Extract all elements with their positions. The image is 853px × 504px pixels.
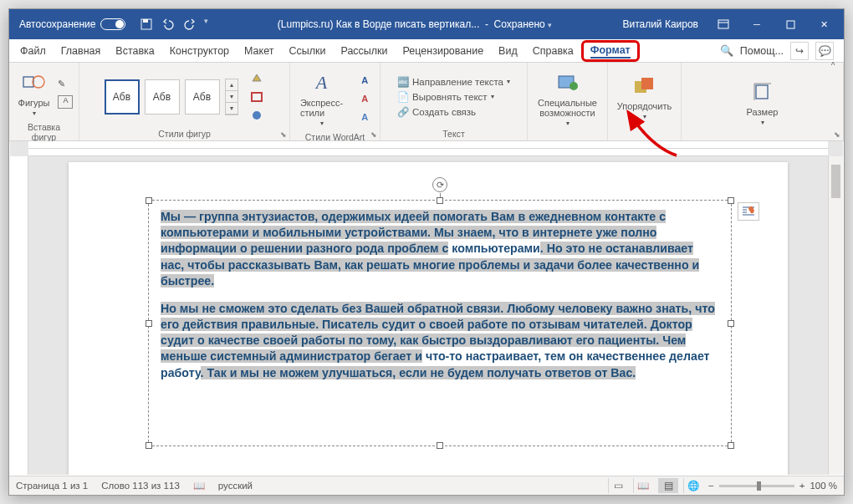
text-content[interactable]: Мы — группа энтузиастов, одержимых идеей…	[149, 201, 731, 401]
vertical-ruler[interactable]	[10, 156, 28, 475]
maximize-icon[interactable]	[774, 9, 807, 39]
zoom-slider[interactable]	[719, 485, 794, 487]
shape-fill-icon[interactable]	[248, 71, 265, 86]
text-effects-icon[interactable]: A	[356, 109, 373, 125]
read-mode-icon[interactable]: 📖	[633, 478, 653, 493]
tab-file[interactable]: Файл	[13, 41, 54, 61]
tab-help[interactable]: Справка	[525, 41, 581, 61]
text-direction-icon: 🔤	[397, 76, 409, 88]
minimize-icon[interactable]: ─	[740, 9, 774, 39]
group-insert-shapes-label: Вставка фигур	[18, 120, 70, 142]
save-icon[interactable]	[139, 17, 154, 32]
resize-handle[interactable]	[437, 197, 443, 204]
svg-rect-7	[252, 93, 262, 101]
text-outline-icon[interactable]: A	[356, 91, 373, 106]
layout-options-icon[interactable]	[738, 202, 759, 221]
zoom-in-icon[interactable]: +	[799, 481, 805, 491]
accessibility-button[interactable]: Специальные возможности ▾	[534, 66, 600, 130]
create-link-button[interactable]: 🔗Создать связь	[397, 105, 510, 119]
edit-shape-icon[interactable]: ✎	[58, 79, 73, 92]
zoom-level[interactable]: 100 %	[810, 481, 837, 491]
spellcheck-icon[interactable]: 📖	[193, 480, 205, 491]
resize-handle[interactable]	[728, 442, 734, 449]
shape-style-1[interactable]: Абв	[105, 79, 140, 115]
word-count[interactable]: Слово 113 из 113	[101, 481, 180, 491]
close-icon[interactable]: ✕	[807, 9, 840, 39]
tab-layout[interactable]: Макет	[237, 41, 281, 61]
resize-handle[interactable]	[728, 320, 734, 327]
svg-rect-5	[23, 77, 33, 87]
group-shape-styles-label: Стили фигур	[158, 127, 210, 139]
svg-point-10	[570, 82, 578, 90]
ribbon-display-icon[interactable]	[707, 9, 740, 39]
tab-view[interactable]: Вид	[491, 41, 525, 61]
user-name[interactable]: Виталий Каиров	[614, 18, 707, 30]
web-layout-icon[interactable]: 🌐	[683, 478, 703, 493]
shape-effects-icon[interactable]	[248, 108, 265, 123]
group-wordart-label: Стили WordArt	[305, 130, 365, 142]
share-icon[interactable]: ↪	[790, 42, 809, 60]
autosave-label: Автосохранение	[19, 18, 95, 30]
text-direction-button[interactable]: 🔤Направление текста ▾	[397, 75, 510, 89]
resize-handle[interactable]	[146, 442, 152, 449]
undo-icon[interactable]	[161, 17, 176, 32]
horizontal-ruler[interactable]	[28, 141, 828, 156]
arrange-icon	[631, 73, 658, 99]
tab-insert[interactable]: Вставка	[108, 41, 161, 61]
status-bar: Страница 1 из 1 Слово 113 из 113 📖 русск…	[9, 476, 844, 495]
shape-style-2[interactable]: Абв	[145, 79, 180, 115]
svg-rect-4	[787, 21, 794, 28]
resize-handle[interactable]	[146, 320, 152, 327]
resize-handle[interactable]	[728, 197, 734, 204]
arrange-button[interactable]: Упорядочить ▾	[614, 69, 675, 124]
title-bar: Автосохранение ▾ (Lumpics.ru) Как в Ворд…	[9, 9, 844, 39]
autosave-toggle[interactable]: Автосохранение	[13, 18, 132, 30]
svg-rect-2	[718, 20, 728, 28]
dialog-launcher-icon[interactable]: ⬊	[834, 130, 840, 139]
tab-format[interactable]: Формат	[581, 40, 640, 62]
tab-review[interactable]: Рецензирование	[396, 41, 492, 61]
link-icon: 🔗	[397, 106, 409, 118]
tab-mailings[interactable]: Рассылки	[333, 41, 395, 61]
wordart-styles-button[interactable]: A Экспресс-стили ▾	[297, 66, 346, 130]
language[interactable]: русский	[218, 481, 253, 491]
tab-home[interactable]: Главная	[54, 41, 109, 61]
document-title: (Lumpics.ru) Как в Ворде писать вертикал…	[215, 18, 614, 30]
print-layout-icon[interactable]: ▤	[658, 478, 678, 493]
align-text-button[interactable]: 📄Выровнять текст ▾	[397, 90, 510, 104]
help-label[interactable]: Помощ...	[740, 45, 784, 57]
shapes-button[interactable]: Фигуры ▾	[15, 66, 54, 120]
ribbon: Фигуры ▾ ✎ A Вставка фигур Абв Абв Абв ▴…	[9, 63, 844, 141]
redo-icon[interactable]	[182, 17, 197, 32]
style-gallery-more[interactable]: ▴▾▾	[225, 79, 238, 115]
wordart-icon: A	[309, 69, 335, 96]
tab-references[interactable]: Ссылки	[281, 41, 333, 61]
resize-handle[interactable]	[437, 442, 443, 449]
size-button[interactable]: Размер ▾	[743, 75, 782, 130]
shapes-icon	[21, 69, 48, 96]
page-count[interactable]: Страница 1 из 1	[16, 481, 88, 491]
collapse-ribbon-icon[interactable]: ^	[825, 61, 841, 71]
comments-icon[interactable]: 💬	[815, 42, 834, 60]
tab-design[interactable]: Конструктор	[162, 41, 237, 61]
rotate-handle[interactable]: ⟳	[432, 177, 447, 192]
text-fill-icon[interactable]: A	[356, 73, 373, 88]
resize-handle[interactable]	[146, 197, 152, 204]
text-box[interactable]: ⟳ Мы — группа энтузиастов, одержимых иде…	[148, 200, 732, 446]
shape-style-3[interactable]: Абв	[185, 79, 220, 115]
page[interactable]: ⟳ Мы — группа энтузиастов, одержимых иде…	[69, 162, 788, 475]
align-text-icon: 📄	[397, 91, 409, 103]
toggle-switch[interactable]	[100, 18, 125, 30]
zoom-out-icon[interactable]: −	[708, 481, 714, 491]
textbox-icon[interactable]: A	[58, 95, 73, 109]
search-icon[interactable]: 🔍	[720, 44, 733, 57]
vertical-scrollbar[interactable]	[828, 156, 843, 475]
size-icon	[749, 79, 776, 105]
focus-mode-icon[interactable]: ▭	[608, 478, 628, 493]
svg-rect-13	[756, 85, 768, 99]
dialog-launcher-icon[interactable]: ⬊	[370, 130, 377, 139]
svg-rect-1	[143, 19, 148, 23]
shape-outline-icon[interactable]	[248, 89, 265, 104]
group-text-label: Текст	[442, 127, 464, 139]
dialog-launcher-icon[interactable]: ⬊	[280, 130, 287, 139]
